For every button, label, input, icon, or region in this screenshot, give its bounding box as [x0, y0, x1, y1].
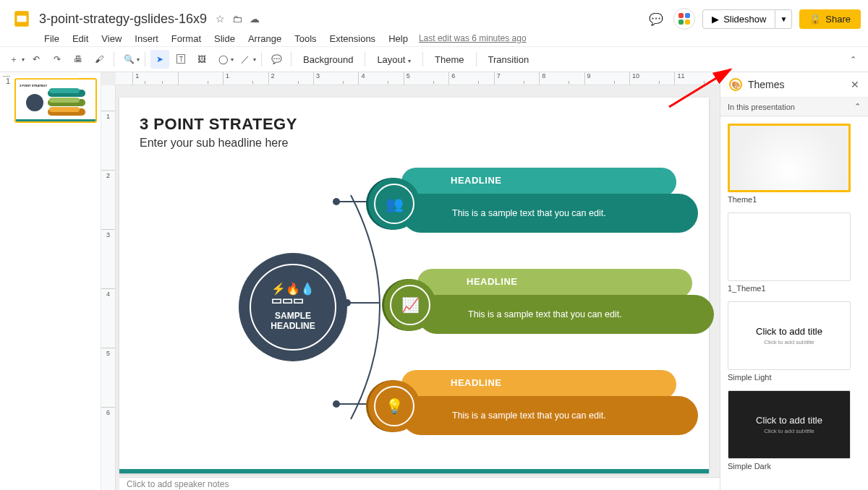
- theme-button[interactable]: Theme: [428, 54, 470, 65]
- theme-card-simple-dark[interactable]: Click to add title Click to add subtitle: [728, 390, 851, 459]
- menu-tools[interactable]: Tools: [288, 32, 323, 46]
- theme-card-simple-light[interactable]: Click to add title Click to add subtitle: [728, 301, 851, 370]
- branch-3[interactable]: HEADLINE This is a sample text that you …: [364, 369, 697, 437]
- comment-tool[interactable]: 💬: [267, 50, 286, 69]
- image-tool[interactable]: 🖼: [192, 50, 211, 69]
- themes-section-header[interactable]: In this presentation ⌃: [720, 98, 868, 116]
- layout-label: Layout: [377, 54, 405, 65]
- svg-rect-10: [16, 119, 95, 121]
- ruler-tick: 3: [101, 229, 115, 288]
- star-icon[interactable]: ☆: [216, 13, 225, 25]
- textbox-tool[interactable]: 🅃: [171, 50, 190, 69]
- slide-canvas[interactable]: 3 POINT STRATEGY Enter your sub headline…: [119, 98, 709, 473]
- zoom-button[interactable]: 🔍: [119, 50, 138, 69]
- ruler-tick: 4: [358, 72, 403, 85]
- energy-icon: ⚡🔥💧▭▭▭: [271, 283, 315, 306]
- branch-1-body: This is a sample text that you can edit.: [452, 208, 606, 218]
- last-edit-status[interactable]: Last edit was 6 minutes ago: [419, 33, 527, 43]
- theme-sample-subtitle: Click to add subtitle: [764, 339, 814, 345]
- ruler-tick: 1: [101, 111, 115, 170]
- ruler-tick: 2: [268, 72, 313, 85]
- doc-title[interactable]: 3-point-strategy-gslides-16x9: [39, 12, 207, 27]
- menu-view[interactable]: View: [95, 32, 128, 46]
- theme-label: Simple Light: [728, 373, 861, 382]
- line-tool[interactable]: ／: [236, 50, 255, 69]
- ruler-tick: 8: [539, 72, 584, 85]
- print-button[interactable]: 🖶: [69, 50, 88, 69]
- slide-thumbnail-1[interactable]: 3 POINT STRATEGY: [14, 78, 97, 123]
- shape-tool[interactable]: ◯: [213, 50, 232, 69]
- chevron-down-icon: ▾: [408, 58, 411, 64]
- new-slide-button[interactable]: ＋: [4, 50, 23, 69]
- svg-rect-9: [49, 107, 80, 112]
- canvas-area[interactable]: 1 1 2 3 4 5 6 7 8 9 10 11 1 2 3 4 5 6 3 …: [101, 72, 720, 490]
- slide-title[interactable]: 3 POINT STRATEGY: [140, 115, 709, 134]
- layout-button[interactable]: Layout ▾: [370, 54, 417, 65]
- theme-label: 1_Theme1: [728, 284, 861, 293]
- slides-logo[interactable]: [7, 4, 36, 33]
- menu-format[interactable]: Format: [165, 32, 208, 46]
- branch-3-body: This is a sample text that you can edit.: [452, 411, 606, 421]
- share-button[interactable]: 🔒Share: [799, 9, 861, 29]
- menu-file[interactable]: File: [38, 32, 66, 46]
- speaker-notes[interactable]: Click to add speaker notes: [119, 477, 720, 490]
- menu-extensions[interactable]: Extensions: [323, 32, 383, 46]
- themes-section-label: In this presentation: [728, 103, 795, 111]
- ruler-horizontal: 1 1 2 3 4 5 6 7 8 9 10 11: [116, 72, 720, 85]
- ruler-tick: 1: [132, 72, 177, 85]
- growth-icon: 📈: [390, 285, 430, 325]
- connector-2: [347, 302, 380, 304]
- themes-title: Themes: [748, 79, 845, 90]
- theme-sample-title: Click to add title: [756, 415, 822, 426]
- move-icon[interactable]: 🗀: [232, 13, 242, 25]
- theme-card-theme1[interactable]: [728, 124, 851, 192]
- theme-sample-title: Click to add title: [756, 326, 822, 337]
- menubar: File Edit View Insert Format Slide Arran…: [0, 30, 868, 46]
- idea-icon: 💡: [374, 386, 414, 426]
- transition-button[interactable]: Transition: [482, 54, 536, 65]
- people-icon: 👥: [374, 184, 414, 224]
- filmstrip: 1 3 POINT STRATEGY: [0, 72, 101, 490]
- theme-card-1theme1[interactable]: [728, 212, 851, 281]
- theme-label: Simple Dark: [728, 462, 861, 470]
- theme-sample-subtitle: Click to add subtitle: [764, 428, 814, 434]
- slideshow-button[interactable]: ▶Slideshow: [702, 9, 775, 29]
- ruler-tick: [178, 72, 223, 85]
- collapse-toolbar-icon[interactable]: ⌃: [850, 55, 864, 64]
- ruler-tick: 2: [101, 170, 115, 229]
- background-button[interactable]: Background: [297, 54, 359, 65]
- svg-rect-5: [49, 88, 80, 93]
- slide-bottom-border: [119, 469, 709, 473]
- svg-text:3 POINT STRATEGY: 3 POINT STRATEGY: [20, 84, 47, 87]
- menu-insert[interactable]: Insert: [128, 32, 165, 46]
- branch-1[interactable]: HEADLINE This is a sample text that you …: [364, 166, 697, 235]
- ruler-tick: 5: [101, 348, 115, 407]
- comments-icon[interactable]: 💬: [646, 9, 666, 29]
- ruler-tick: 10: [629, 72, 674, 85]
- menu-help[interactable]: Help: [382, 32, 414, 46]
- ruler-tick: 9: [584, 72, 629, 85]
- menu-slide[interactable]: Slide: [208, 32, 242, 46]
- meet-button[interactable]: [673, 8, 695, 30]
- select-tool[interactable]: ➤: [150, 50, 169, 69]
- menu-arrange[interactable]: Arrange: [242, 32, 288, 46]
- slideshow-label: Slideshow: [723, 14, 766, 25]
- slide-subtitle[interactable]: Enter your sub headline here: [140, 137, 709, 150]
- ruler-tick: 4: [101, 288, 115, 348]
- menu-edit[interactable]: Edit: [66, 32, 95, 46]
- slideshow-dropdown[interactable]: ▼: [775, 9, 792, 29]
- svg-rect-7: [49, 98, 80, 103]
- paint-format-button[interactable]: 🖌: [90, 50, 109, 69]
- branch-2[interactable]: HEADLINE This is a sample text that you …: [380, 267, 712, 336]
- chevron-up-icon: ⌃: [854, 102, 861, 111]
- branch-3-headline: HEADLINE: [451, 377, 501, 388]
- ruler-tick: 5: [404, 72, 448, 85]
- cloud-icon[interactable]: ☁: [250, 13, 260, 25]
- lock-icon: 🔒: [809, 14, 821, 25]
- svg-rect-1: [17, 16, 27, 22]
- undo-button[interactable]: ↶: [27, 50, 46, 69]
- branch-2-body: This is a sample text that you can edit.: [468, 309, 622, 319]
- ruler-tick: 11: [674, 72, 719, 85]
- redo-button[interactable]: ↷: [48, 50, 67, 69]
- close-icon[interactable]: ✕: [851, 79, 859, 90]
